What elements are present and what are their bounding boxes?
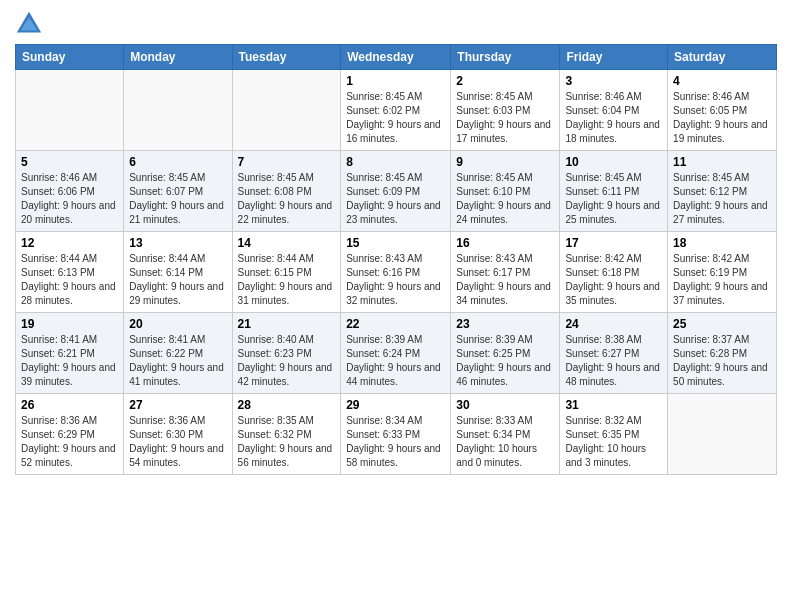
day-info: Sunrise: 8:34 AM Sunset: 6:33 PM Dayligh…	[346, 414, 445, 470]
day-number: 31	[565, 398, 662, 412]
weekday-sunday: Sunday	[16, 45, 124, 70]
day-number: 26	[21, 398, 118, 412]
day-number: 20	[129, 317, 226, 331]
week-row-1: 1Sunrise: 8:45 AM Sunset: 6:02 PM Daylig…	[16, 70, 777, 151]
day-number: 17	[565, 236, 662, 250]
day-cell: 18Sunrise: 8:42 AM Sunset: 6:19 PM Dayli…	[668, 232, 777, 313]
day-cell: 26Sunrise: 8:36 AM Sunset: 6:29 PM Dayli…	[16, 394, 124, 475]
day-cell: 12Sunrise: 8:44 AM Sunset: 6:13 PM Dayli…	[16, 232, 124, 313]
day-number: 24	[565, 317, 662, 331]
week-row-4: 19Sunrise: 8:41 AM Sunset: 6:21 PM Dayli…	[16, 313, 777, 394]
day-cell: 17Sunrise: 8:42 AM Sunset: 6:18 PM Dayli…	[560, 232, 668, 313]
logo-icon	[15, 10, 43, 38]
day-number: 5	[21, 155, 118, 169]
day-number: 2	[456, 74, 554, 88]
day-number: 27	[129, 398, 226, 412]
day-cell: 10Sunrise: 8:45 AM Sunset: 6:11 PM Dayli…	[560, 151, 668, 232]
day-number: 8	[346, 155, 445, 169]
day-info: Sunrise: 8:42 AM Sunset: 6:18 PM Dayligh…	[565, 252, 662, 308]
day-info: Sunrise: 8:33 AM Sunset: 6:34 PM Dayligh…	[456, 414, 554, 470]
day-info: Sunrise: 8:45 AM Sunset: 6:12 PM Dayligh…	[673, 171, 771, 227]
day-info: Sunrise: 8:37 AM Sunset: 6:28 PM Dayligh…	[673, 333, 771, 389]
day-info: Sunrise: 8:46 AM Sunset: 6:06 PM Dayligh…	[21, 171, 118, 227]
day-number: 19	[21, 317, 118, 331]
weekday-monday: Monday	[124, 45, 232, 70]
calendar-body: 1Sunrise: 8:45 AM Sunset: 6:02 PM Daylig…	[16, 70, 777, 475]
day-cell: 16Sunrise: 8:43 AM Sunset: 6:17 PM Dayli…	[451, 232, 560, 313]
day-cell: 1Sunrise: 8:45 AM Sunset: 6:02 PM Daylig…	[341, 70, 451, 151]
day-info: Sunrise: 8:46 AM Sunset: 6:04 PM Dayligh…	[565, 90, 662, 146]
day-number: 29	[346, 398, 445, 412]
day-number: 10	[565, 155, 662, 169]
weekday-saturday: Saturday	[668, 45, 777, 70]
day-info: Sunrise: 8:41 AM Sunset: 6:21 PM Dayligh…	[21, 333, 118, 389]
week-row-5: 26Sunrise: 8:36 AM Sunset: 6:29 PM Dayli…	[16, 394, 777, 475]
day-cell: 3Sunrise: 8:46 AM Sunset: 6:04 PM Daylig…	[560, 70, 668, 151]
day-number: 14	[238, 236, 336, 250]
day-info: Sunrise: 8:36 AM Sunset: 6:30 PM Dayligh…	[129, 414, 226, 470]
day-number: 18	[673, 236, 771, 250]
day-number: 7	[238, 155, 336, 169]
day-info: Sunrise: 8:39 AM Sunset: 6:24 PM Dayligh…	[346, 333, 445, 389]
day-cell: 28Sunrise: 8:35 AM Sunset: 6:32 PM Dayli…	[232, 394, 341, 475]
day-cell: 19Sunrise: 8:41 AM Sunset: 6:21 PM Dayli…	[16, 313, 124, 394]
day-info: Sunrise: 8:45 AM Sunset: 6:08 PM Dayligh…	[238, 171, 336, 227]
day-cell	[16, 70, 124, 151]
day-cell: 22Sunrise: 8:39 AM Sunset: 6:24 PM Dayli…	[341, 313, 451, 394]
day-number: 9	[456, 155, 554, 169]
day-info: Sunrise: 8:45 AM Sunset: 6:07 PM Dayligh…	[129, 171, 226, 227]
day-info: Sunrise: 8:44 AM Sunset: 6:14 PM Dayligh…	[129, 252, 226, 308]
day-cell: 8Sunrise: 8:45 AM Sunset: 6:09 PM Daylig…	[341, 151, 451, 232]
day-number: 30	[456, 398, 554, 412]
day-number: 21	[238, 317, 336, 331]
day-info: Sunrise: 8:36 AM Sunset: 6:29 PM Dayligh…	[21, 414, 118, 470]
day-number: 16	[456, 236, 554, 250]
day-info: Sunrise: 8:45 AM Sunset: 6:03 PM Dayligh…	[456, 90, 554, 146]
day-number: 6	[129, 155, 226, 169]
day-cell	[232, 70, 341, 151]
day-number: 4	[673, 74, 771, 88]
weekday-friday: Friday	[560, 45, 668, 70]
day-number: 3	[565, 74, 662, 88]
weekday-wednesday: Wednesday	[341, 45, 451, 70]
day-info: Sunrise: 8:41 AM Sunset: 6:22 PM Dayligh…	[129, 333, 226, 389]
day-number: 22	[346, 317, 445, 331]
day-cell: 13Sunrise: 8:44 AM Sunset: 6:14 PM Dayli…	[124, 232, 232, 313]
header	[15, 10, 777, 38]
page-container: SundayMondayTuesdayWednesdayThursdayFrid…	[0, 0, 792, 485]
day-number: 15	[346, 236, 445, 250]
day-info: Sunrise: 8:46 AM Sunset: 6:05 PM Dayligh…	[673, 90, 771, 146]
day-cell: 11Sunrise: 8:45 AM Sunset: 6:12 PM Dayli…	[668, 151, 777, 232]
day-info: Sunrise: 8:39 AM Sunset: 6:25 PM Dayligh…	[456, 333, 554, 389]
logo	[15, 10, 47, 38]
day-info: Sunrise: 8:45 AM Sunset: 6:02 PM Dayligh…	[346, 90, 445, 146]
day-number: 11	[673, 155, 771, 169]
day-cell: 14Sunrise: 8:44 AM Sunset: 6:15 PM Dayli…	[232, 232, 341, 313]
day-info: Sunrise: 8:45 AM Sunset: 6:11 PM Dayligh…	[565, 171, 662, 227]
day-info: Sunrise: 8:35 AM Sunset: 6:32 PM Dayligh…	[238, 414, 336, 470]
weekday-thursday: Thursday	[451, 45, 560, 70]
day-number: 1	[346, 74, 445, 88]
day-cell	[124, 70, 232, 151]
weekday-tuesday: Tuesday	[232, 45, 341, 70]
day-cell: 4Sunrise: 8:46 AM Sunset: 6:05 PM Daylig…	[668, 70, 777, 151]
day-number: 25	[673, 317, 771, 331]
day-info: Sunrise: 8:43 AM Sunset: 6:17 PM Dayligh…	[456, 252, 554, 308]
day-cell: 23Sunrise: 8:39 AM Sunset: 6:25 PM Dayli…	[451, 313, 560, 394]
day-number: 28	[238, 398, 336, 412]
day-info: Sunrise: 8:44 AM Sunset: 6:13 PM Dayligh…	[21, 252, 118, 308]
day-info: Sunrise: 8:45 AM Sunset: 6:09 PM Dayligh…	[346, 171, 445, 227]
calendar-table: SundayMondayTuesdayWednesdayThursdayFrid…	[15, 44, 777, 475]
day-number: 13	[129, 236, 226, 250]
day-info: Sunrise: 8:44 AM Sunset: 6:15 PM Dayligh…	[238, 252, 336, 308]
day-cell: 15Sunrise: 8:43 AM Sunset: 6:16 PM Dayli…	[341, 232, 451, 313]
day-info: Sunrise: 8:43 AM Sunset: 6:16 PM Dayligh…	[346, 252, 445, 308]
day-info: Sunrise: 8:45 AM Sunset: 6:10 PM Dayligh…	[456, 171, 554, 227]
day-cell: 2Sunrise: 8:45 AM Sunset: 6:03 PM Daylig…	[451, 70, 560, 151]
week-row-2: 5Sunrise: 8:46 AM Sunset: 6:06 PM Daylig…	[16, 151, 777, 232]
day-cell: 31Sunrise: 8:32 AM Sunset: 6:35 PM Dayli…	[560, 394, 668, 475]
day-cell	[668, 394, 777, 475]
day-info: Sunrise: 8:40 AM Sunset: 6:23 PM Dayligh…	[238, 333, 336, 389]
day-cell: 27Sunrise: 8:36 AM Sunset: 6:30 PM Dayli…	[124, 394, 232, 475]
day-number: 12	[21, 236, 118, 250]
